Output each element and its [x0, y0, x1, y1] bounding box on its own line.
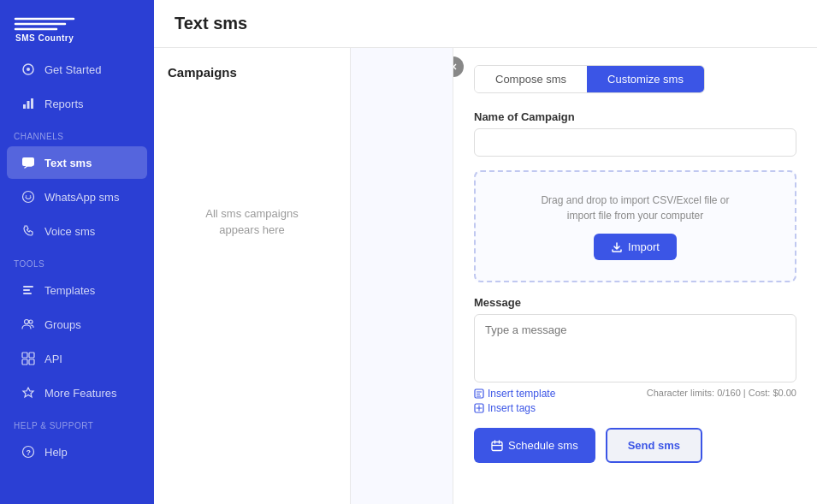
svg-rect-8 — [31, 98, 33, 109]
svg-rect-18 — [22, 353, 27, 358]
campaigns-empty-state: All sms campaigns appears here — [168, 93, 336, 350]
sidebar-item-label: Help — [44, 446, 68, 459]
svg-point-12 — [30, 195, 32, 197]
svg-point-16 — [25, 320, 29, 324]
sidebar-item-api[interactable]: API — [7, 342, 147, 375]
content-area: Campaigns All sms campaigns appears here… — [154, 48, 817, 504]
sidebar-item-label: Text sms — [44, 157, 92, 169]
svg-point-17 — [29, 320, 33, 323]
svg-rect-14 — [23, 289, 30, 291]
svg-point-10 — [23, 192, 34, 203]
api-icon — [21, 351, 36, 366]
close-button[interactable] — [453, 56, 464, 77]
svg-rect-15 — [23, 293, 32, 294]
svg-point-11 — [26, 195, 27, 197]
text-sms-icon — [21, 155, 36, 170]
import-button[interactable]: Import — [594, 234, 677, 260]
logo-icon: SMS Country — [14, 12, 86, 43]
message-meta-row: Insert template Insert tags Character li… — [474, 388, 796, 414]
svg-text:SMS Country: SMS Country — [15, 33, 74, 43]
sidebar: SMS Country Get Started Reports Channels… — [0, 0, 154, 504]
svg-marker-22 — [23, 388, 33, 397]
sidebar-item-voice-sms[interactable]: Voice sms — [7, 215, 147, 247]
help-icon: ? — [21, 444, 36, 460]
campaigns-detail-panel — [351, 48, 453, 504]
name-of-campaign-label: Name of Campaign — [474, 110, 796, 123]
sms-form-panel: Compose sms Customize sms Name of Campai… — [453, 48, 817, 504]
message-links: Insert template Insert tags — [474, 388, 555, 414]
sidebar-item-label: Voice sms — [44, 225, 95, 238]
svg-rect-7 — [27, 101, 30, 109]
sidebar-item-help[interactable]: ? Help — [7, 436, 147, 468]
svg-rect-20 — [22, 359, 27, 365]
campaigns-title: Campaigns — [168, 65, 336, 80]
svg-rect-32 — [492, 442, 502, 450]
message-textarea[interactable] — [474, 314, 796, 382]
svg-text:?: ? — [27, 448, 32, 457]
svg-rect-9 — [22, 157, 34, 166]
sms-tabs: Compose sms Customize sms — [474, 65, 705, 93]
insert-tags-link[interactable]: Insert tags — [474, 402, 555, 414]
sidebar-item-label: Groups — [44, 318, 81, 331]
sidebar-item-more-features[interactable]: More Features — [7, 377, 147, 409]
svg-rect-13 — [23, 286, 33, 288]
templates-icon — [21, 282, 36, 298]
schedule-sms-button[interactable]: Schedule sms — [474, 428, 595, 463]
campaigns-panel: Campaigns All sms campaigns appears here — [154, 48, 351, 504]
sidebar-item-text-sms[interactable]: Text sms — [7, 146, 147, 179]
insert-template-link[interactable]: Insert template — [474, 388, 555, 400]
sidebar-item-groups[interactable]: Groups — [7, 308, 147, 341]
sidebar-item-templates[interactable]: Templates — [7, 274, 147, 306]
whatsapp-icon — [21, 189, 36, 205]
sidebar-item-whatsapp-sms[interactable]: WhatsApp sms — [7, 181, 147, 213]
channels-section-label: Channels — [0, 122, 154, 145]
sidebar-item-label: WhatsApp sms — [44, 191, 119, 204]
groups-icon — [21, 317, 36, 332]
sidebar-item-label: Reports — [44, 98, 84, 110]
upload-area: Drag and drop to import CSV/Excel file o… — [474, 170, 796, 282]
svg-rect-6 — [23, 104, 26, 109]
sidebar-item-label: Get Started — [44, 63, 101, 76]
more-features-icon — [21, 385, 36, 400]
tools-section-label: Tools — [0, 249, 154, 272]
sidebar-item-label: More Features — [44, 387, 117, 400]
schedule-icon — [491, 440, 503, 452]
get-started-icon — [21, 62, 36, 77]
insert-tags-icon — [474, 403, 484, 413]
sidebar-navigation: Get Started Reports Channels Text sms Wh… — [0, 51, 154, 504]
upload-hint: Drag and drop to import CSV/Excel file o… — [489, 193, 781, 223]
svg-point-5 — [27, 68, 30, 71]
insert-template-icon — [474, 388, 484, 399]
send-sms-button[interactable]: Send sms — [606, 428, 702, 463]
action-buttons-row: Schedule sms Send sms — [474, 428, 796, 463]
main-content: Text sms Campaigns All sms campaigns app… — [154, 0, 817, 504]
reports-icon — [21, 96, 36, 111]
message-label: Message — [474, 296, 796, 309]
char-limit-display: Character limits: 0/160 | Cost: $0.00 — [647, 388, 796, 398]
sidebar-item-label: API — [44, 353, 62, 365]
import-icon — [611, 241, 623, 253]
voice-sms-icon — [21, 223, 36, 239]
sidebar-item-label: Templates — [44, 284, 95, 297]
tab-customize-sms[interactable]: Customize sms — [587, 66, 704, 92]
svg-rect-19 — [29, 353, 34, 358]
logo-area: SMS Country — [0, 0, 154, 51]
page-title: Text sms — [154, 0, 817, 48]
sidebar-item-reports[interactable]: Reports — [7, 87, 147, 120]
help-section-label: Help & support — [0, 411, 154, 434]
sidebar-item-get-started[interactable]: Get Started — [7, 53, 147, 86]
tab-compose-sms[interactable]: Compose sms — [475, 66, 587, 92]
name-of-campaign-input[interactable] — [474, 128, 796, 157]
svg-rect-21 — [29, 359, 34, 365]
